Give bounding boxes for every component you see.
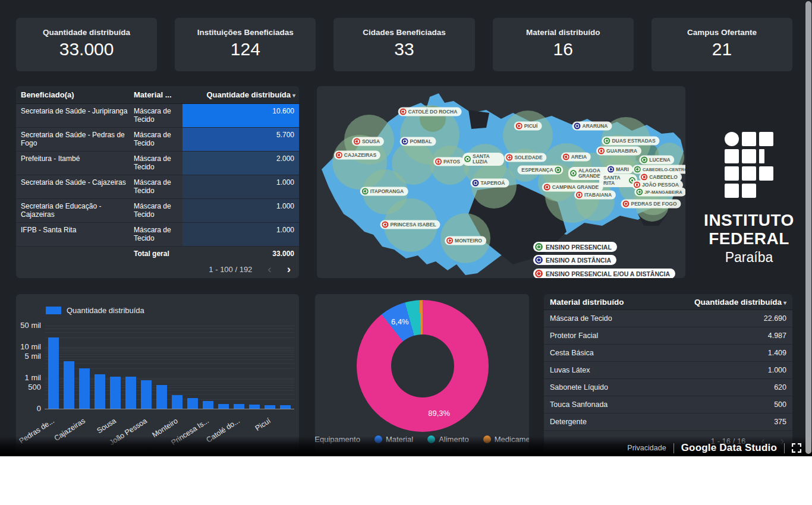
bar-Picuí[interactable] bbox=[265, 405, 275, 409]
map-city-label[interactable]: ARARUNA bbox=[572, 122, 612, 131]
table-row[interactable]: Protetor Facial4.987 bbox=[544, 327, 792, 345]
y-tick-label: 0 bbox=[16, 404, 41, 413]
column-header-material[interactable]: Material distribuído bbox=[550, 298, 694, 307]
map-city-label[interactable]: SANTA LUZIA bbox=[462, 153, 504, 166]
map-marker-misto-icon bbox=[516, 123, 523, 130]
bar-city-12[interactable] bbox=[218, 404, 229, 409]
map-city-label[interactable]: ESPERANÇA bbox=[517, 166, 563, 175]
table-row[interactable]: Secretaria de Saúde - Pedras de FogoMásc… bbox=[16, 128, 299, 152]
column-header-material[interactable]: Material ... bbox=[134, 90, 182, 99]
bar-city-2[interactable] bbox=[64, 361, 74, 409]
map-city-name: ITABAIANA bbox=[584, 192, 612, 198]
map-marker-misto-icon bbox=[382, 222, 388, 228]
bar-Princesa Is...[interactable] bbox=[203, 401, 213, 409]
bar-city-16[interactable] bbox=[280, 405, 291, 409]
pagination-next-icon[interactable]: › bbox=[287, 263, 291, 276]
map-marker-misto-icon bbox=[400, 109, 407, 115]
bar-João Pessoa[interactable] bbox=[141, 380, 152, 409]
bar-city-14[interactable] bbox=[249, 405, 260, 409]
privacy-link[interactable]: Privacidade bbox=[627, 444, 666, 452]
map-marker-ead-icon bbox=[608, 166, 614, 173]
cell-material: Sabonete Líquido bbox=[550, 383, 774, 392]
map-city-name: JOÃO PESSOA bbox=[642, 182, 679, 188]
beneficiary-table-card: Beneficiado(a) Material ... Quantidade d… bbox=[16, 86, 299, 278]
table-row[interactable]: IFPB - Santa RitaMáscara de Tecido1.000 bbox=[16, 223, 299, 247]
cell-material: Detergente bbox=[550, 418, 774, 426]
bar-city-6[interactable] bbox=[125, 377, 136, 409]
map-marker-presencial-icon bbox=[641, 157, 647, 163]
map-marker-misto-icon bbox=[446, 238, 453, 244]
map-city-label[interactable]: ITAPORANGA bbox=[360, 187, 408, 196]
bar-city-8[interactable] bbox=[156, 385, 167, 409]
bar-city-10[interactable] bbox=[187, 398, 198, 409]
map-city-name: CATOLÉ DO ROCHA bbox=[408, 109, 458, 115]
logo-text-federal: FEDERAL bbox=[691, 229, 807, 248]
map-marker-presencial-icon bbox=[570, 171, 577, 177]
column-header-beneficiado[interactable]: Beneficiado(a) bbox=[16, 90, 134, 99]
map-city-label[interactable]: PATOS bbox=[433, 157, 464, 166]
map-city-label[interactable]: GUARABIRA bbox=[596, 147, 641, 156]
map-city-label[interactable]: MARI bbox=[606, 165, 633, 174]
map-city-name: MONTEIRO bbox=[455, 238, 482, 244]
table-row[interactable]: Secretaria de Saúde - CajazeirasMáscara … bbox=[16, 175, 299, 199]
bar-Cajazeiras[interactable] bbox=[79, 368, 90, 409]
cell-material: Máscara de Tecido bbox=[550, 314, 764, 323]
donut-hole bbox=[391, 334, 454, 397]
map-city-label[interactable]: JP-MANGABEIRA bbox=[634, 188, 685, 197]
map-marker-ead-icon bbox=[574, 123, 581, 130]
map-city-label[interactable]: CAJAZEIRAS bbox=[334, 151, 380, 160]
bar-Pedras de...[interactable] bbox=[48, 337, 59, 409]
bar-Catolé do...[interactable] bbox=[234, 404, 244, 409]
map-city-label[interactable]: PICUÍ bbox=[514, 122, 542, 131]
bar-Monteiro[interactable] bbox=[172, 395, 182, 409]
bar-city-4[interactable] bbox=[95, 374, 105, 409]
table-row[interactable]: Detergente375 bbox=[544, 414, 792, 431]
table-row[interactable]: Secretaria de Saúde - JuripirangaMáscara… bbox=[16, 104, 299, 128]
footer-divider bbox=[784, 443, 785, 453]
cell-quantidade: 4.987 bbox=[768, 332, 786, 340]
scrollbar-thumb[interactable] bbox=[805, 1, 811, 454]
table-row[interactable]: Luvas Látex1.000 bbox=[544, 362, 792, 379]
map-city-label[interactable]: ITABAIANA bbox=[574, 191, 616, 200]
table-row[interactable]: Prefeitura - ItambéMáscara de Tecido2.00… bbox=[16, 152, 299, 175]
map-city-label[interactable]: AREIA bbox=[561, 153, 591, 162]
map-city-name: PRINCESA ISABEL bbox=[390, 222, 436, 228]
cell-beneficiario: Secretaria de Saúde - Pedras de Fogo bbox=[16, 128, 134, 151]
map-city-label[interactable]: LUCENA bbox=[639, 156, 674, 165]
x-axis-line bbox=[45, 409, 294, 409]
table-row[interactable]: Máscara de Tecido22.690 bbox=[544, 310, 792, 327]
map-city-label[interactable]: PRINCESA ISABEL bbox=[380, 220, 440, 229]
map-city-name: LUCENA bbox=[649, 157, 670, 163]
map-city-label[interactable]: CATOLÉ DO ROCHA bbox=[398, 108, 462, 116]
pagination-range: 1 - 100 / 192 bbox=[209, 265, 252, 274]
sort-desc-icon: ▾ bbox=[292, 92, 295, 99]
map-marker-misto-icon bbox=[576, 192, 583, 198]
cell-quantidade: 620 bbox=[774, 383, 786, 392]
map-city-name: SOUSA bbox=[362, 139, 380, 144]
bar-chart-card: Quantidade distribuída 05001 mil5 mil10 … bbox=[16, 294, 299, 456]
table-row[interactable]: Secretaria de Educação - CajazeirasMásca… bbox=[16, 199, 299, 223]
column-header-quantidade[interactable]: Quantidade distribuída▾ bbox=[694, 298, 786, 307]
google-data-studio-logo[interactable]: Google Data Studio bbox=[681, 442, 777, 454]
map-city-label[interactable]: SOLEDADE bbox=[504, 153, 546, 162]
map-city-label[interactable]: TAPEROÁ bbox=[471, 179, 509, 188]
table-row[interactable]: Cesta Básica1.409 bbox=[544, 345, 792, 362]
pagination-prev-icon[interactable]: ‹ bbox=[267, 263, 271, 276]
bar-Sousa[interactable] bbox=[110, 377, 121, 409]
gridline bbox=[45, 329, 294, 329]
column-header-quantidade[interactable]: Quantidade distribuída▾ bbox=[182, 90, 299, 99]
fullscreen-icon[interactable] bbox=[792, 443, 801, 453]
legend-label: Quantidade distribuída bbox=[67, 306, 144, 315]
table-row[interactable]: Touca Sanfonada500 bbox=[544, 396, 792, 414]
cell-material: Máscara de Tecido bbox=[134, 152, 182, 175]
map-city-label[interactable]: PEDRAS DE FOGO bbox=[621, 200, 681, 209]
cell-material: Protetor Facial bbox=[550, 332, 768, 340]
cell-quantidade: 22.690 bbox=[764, 314, 786, 323]
map-city-label[interactable]: POMBAL bbox=[400, 137, 436, 146]
map-city-label[interactable]: SOUSA bbox=[352, 137, 384, 146]
map-marker-presencial-icon bbox=[634, 166, 641, 173]
map-city-label[interactable]: DUAS ESTRADAS bbox=[602, 137, 659, 146]
table-row[interactable]: Sabonete Líquido620 bbox=[544, 379, 792, 396]
material-table-body: Máscara de Tecido22.690Protetor Facial4.… bbox=[544, 310, 792, 431]
map-city-label[interactable]: MONTEIRO bbox=[445, 236, 486, 245]
